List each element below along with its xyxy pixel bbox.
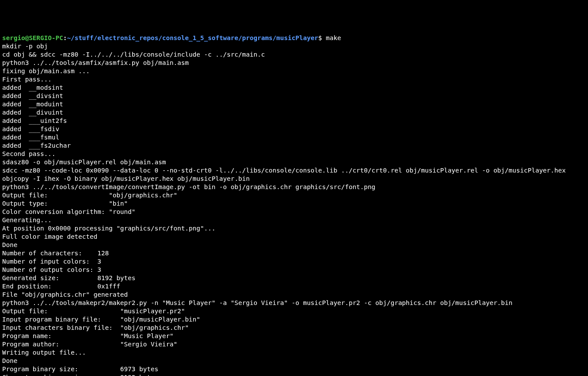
output-line: First pass... xyxy=(2,75,586,84)
output-line: Writing output file... xyxy=(2,349,586,357)
prompt-host: SERGIO-PC xyxy=(29,34,63,41)
output-line: sdasz80 -o obj/musicPlayer.rel obj/main.… xyxy=(2,158,586,166)
terminal-output[interactable]: sergio@SERGIO-PC:~/stuff/electronic_repo… xyxy=(2,34,586,376)
output-line: Output type: "bin" xyxy=(2,200,586,208)
output-line: Program binary size: 6973 bytes xyxy=(2,365,586,373)
output-line: Input program binary file: "obj/musicPla… xyxy=(2,315,586,324)
prompt-line-1: sergio@SERGIO-PC:~/stuff/electronic_repo… xyxy=(2,34,586,42)
command-text: make xyxy=(322,34,341,41)
output-line: fixing obj/main.asm ... xyxy=(2,67,586,75)
output-line: added ___fsdiv xyxy=(2,125,586,133)
output-line: added ___uint2fs xyxy=(2,117,586,125)
output-line: Done xyxy=(2,241,586,249)
output-line: Output file: "obj/graphics.chr" xyxy=(2,191,586,200)
output-line: Color conversion algorithm: "round" xyxy=(2,208,586,216)
output-line: added ___fsmul xyxy=(2,133,586,142)
output-line: added __moduint xyxy=(2,100,586,108)
output-line: python3 ../../tools/asmfix/asmfix.py obj… xyxy=(2,59,586,67)
output-line: added __divsint xyxy=(2,92,586,100)
prompt-at: @ xyxy=(25,34,29,41)
output-line: Number of input colors: 3 xyxy=(2,257,586,266)
prompt-user: sergio xyxy=(2,34,25,41)
output-line: added __modsint xyxy=(2,84,586,92)
output-line: Generating... xyxy=(2,216,586,224)
output-line: Characters binary size: 8192 bytes xyxy=(2,373,586,376)
output-line: Number of characters: 128 xyxy=(2,249,586,257)
output-line: Second pass... xyxy=(2,150,586,158)
output-line: sdcc -mz80 --code-loc 0x0090 --data-loc … xyxy=(2,166,586,175)
output-line: File "obj/graphics.chr" generated xyxy=(2,291,586,299)
output-line: Done xyxy=(2,357,586,365)
output-line: objcopy -I ihex -O binary obj/musicPlaye… xyxy=(2,175,586,183)
output-line: Program name: "Music Player" xyxy=(2,332,586,340)
prompt-path: ~/stuff/electronic_repos/console_1_5_sof… xyxy=(67,34,318,41)
output-line: Number of output colors: 3 xyxy=(2,266,586,274)
output-line: mkdir -p obj xyxy=(2,42,586,51)
output-line: cd obj && sdcc -mz80 -I../../../libs/con… xyxy=(2,51,586,59)
output-line: added __divuint xyxy=(2,108,586,117)
output-line: Full color image detected xyxy=(2,233,586,241)
output-line: Program author: "Sergio Vieira" xyxy=(2,340,586,349)
output-line: End position: 0x1fff xyxy=(2,282,586,291)
output-line: Input characters binary file: "obj/graph… xyxy=(2,324,586,332)
output-line: added ___fs2uchar xyxy=(2,142,586,150)
output-line: Generated size: 8192 bytes xyxy=(2,274,586,282)
output-line: python3 ../../tools/convertImage/convert… xyxy=(2,183,586,191)
output-line: Output file: "musicPlayer.pr2" xyxy=(2,307,586,315)
output-line: At position 0x0000 processing "graphics/… xyxy=(2,224,586,233)
output-line: python3 ../../tools/makepr2/makepr2.py -… xyxy=(2,299,586,307)
